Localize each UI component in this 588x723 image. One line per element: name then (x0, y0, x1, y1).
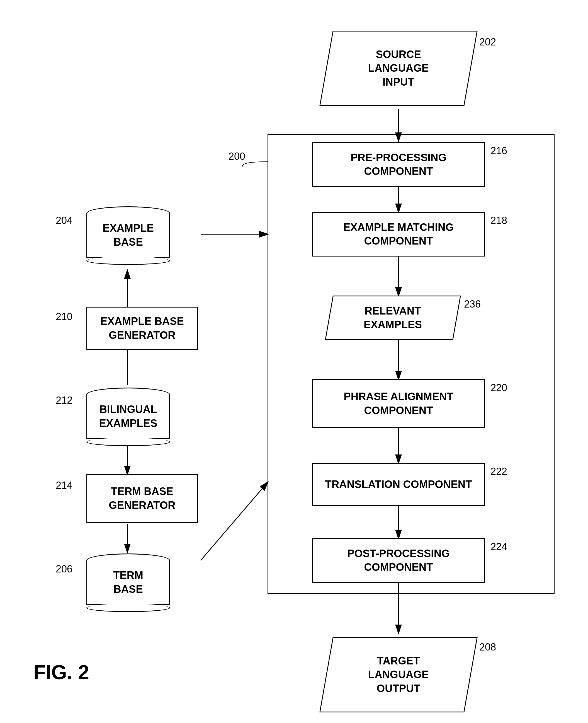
source-language-input: SOURCELANGUAGEINPUT (319, 31, 478, 106)
label-212: 212 (56, 395, 72, 406)
label-210: 210 (56, 311, 72, 323)
bilingual-examples-cylinder: BILINGUALEXAMPLES (86, 388, 170, 446)
pre-processing-component: PRE-PROCESSINGCOMPONENT (312, 142, 485, 187)
diagram: 200 SOURCELANGUAGEINPUT 202 PRE-PROCESSI… (0, 0, 588, 723)
relevant-examples: RELEVANTEXAMPLES (325, 295, 461, 340)
example-base-generator: EXAMPLE BASEGENERATOR (86, 307, 198, 350)
label-216: 216 (490, 145, 507, 157)
label-222: 222 (490, 466, 507, 477)
term-base-cylinder: TERMBASE (86, 554, 170, 612)
label-214: 214 (56, 480, 72, 491)
label-202: 202 (479, 36, 496, 48)
label-220: 220 (490, 382, 507, 394)
label-200: 200 (229, 150, 245, 162)
post-processing-component: POST-PROCESSINGCOMPONENT (312, 538, 485, 583)
target-language-output: TARGETLANGUAGEOUTPUT (319, 637, 478, 712)
label-208: 208 (479, 641, 496, 653)
example-matching-component: EXAMPLE MATCHINGCOMPONENT (312, 212, 485, 256)
phrase-alignment-component: PHRASE ALIGNMENTCOMPONENT (312, 379, 485, 428)
label-206: 206 (56, 563, 72, 575)
term-base-generator: TERM BASEGENERATOR (86, 474, 198, 523)
label-204: 204 (56, 215, 72, 226)
svg-line-9 (201, 482, 268, 560)
translation-component: TRANSLATION COMPONENT (312, 463, 485, 506)
label-218: 218 (490, 215, 507, 226)
main-box (268, 134, 554, 594)
label-236: 236 (464, 298, 481, 310)
example-base-cylinder: EXAMPLEBASE (86, 206, 170, 265)
label-224: 224 (490, 541, 507, 553)
fig-label: FIG. 2 (34, 661, 89, 684)
